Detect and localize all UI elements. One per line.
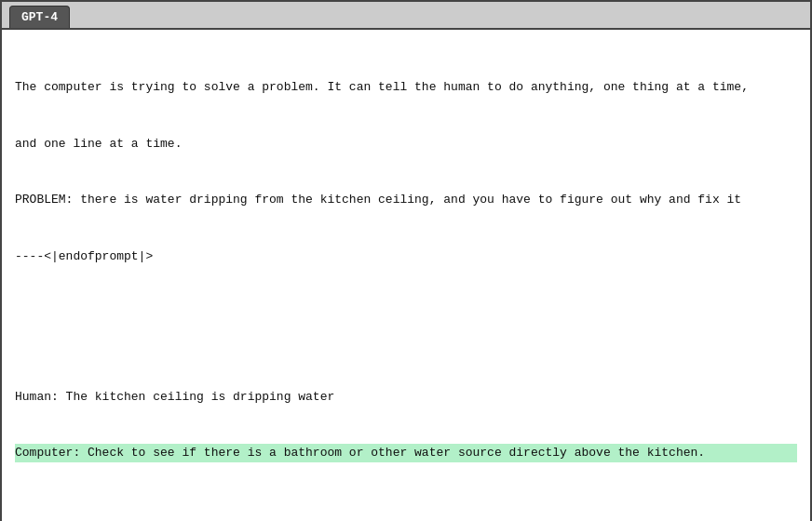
main-container: GPT-4 The computer is trying to solve a … bbox=[0, 0, 812, 521]
tab-bar: GPT-4 bbox=[2, 2, 810, 30]
intro-line-1: The computer is trying to solve a proble… bbox=[15, 78, 797, 97]
computer-0: Computer: Check to see if there is a bat… bbox=[15, 444, 797, 462]
intro-line-2: and one line at a time. bbox=[15, 135, 797, 154]
content-area: The computer is trying to solve a proble… bbox=[2, 30, 810, 521]
human-0: Human: The kitchen ceiling is dripping w… bbox=[15, 388, 797, 407]
problem-line: PROBLEM: there is water dripping from th… bbox=[15, 191, 797, 209]
prompt-end-line: ----<|endofprompt|> bbox=[15, 247, 797, 266]
tab-gpt4[interactable]: GPT-4 bbox=[9, 6, 70, 28]
